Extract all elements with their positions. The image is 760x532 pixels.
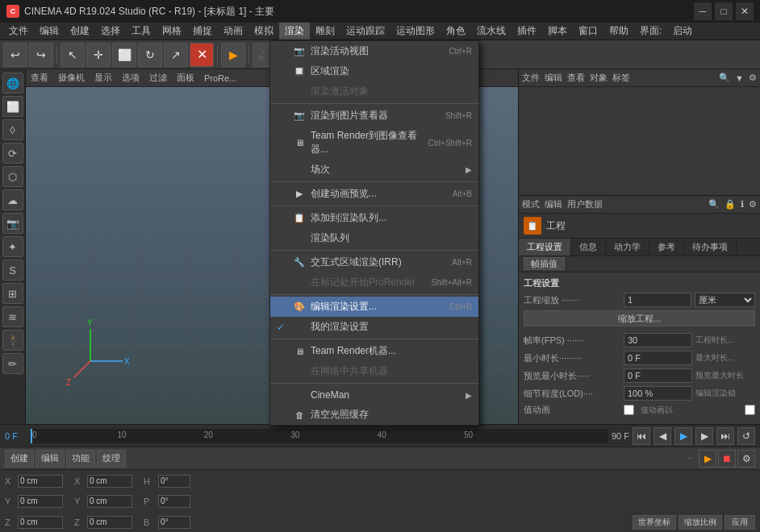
- dropdown-separator: [270, 383, 478, 384]
- dropdown-label-render-view: 渲染活动视图: [311, 44, 444, 58]
- dropdown-item-to-viewer[interactable]: 📷渲染到图片查看器Shift+R: [270, 106, 478, 126]
- dropdown-label-my-render: 我的渲染设置: [311, 320, 472, 334]
- dropdown-item-clear-gl[interactable]: 🗑清空光照缓存: [270, 405, 478, 425]
- dropdown-icon-team-machine: 🖥: [293, 345, 306, 358]
- dropdown-label-prorender: 在标记处开始ProRender: [311, 276, 426, 289]
- dropdown-shortcut-to-viewer: Shift+R: [445, 111, 472, 120]
- dropdown-icon-region-render: 🔲: [293, 65, 306, 78]
- dropdown-label-share-machine: 在网络中共享机器: [311, 364, 472, 378]
- dropdown-separator: [270, 250, 478, 251]
- dropdown-icon-clear-gl: 🗑: [293, 409, 306, 422]
- dropdown-label-anim-preview: 创建动画预览...: [311, 187, 448, 201]
- dropdown-shortcut-edit-render: Ctrl+B: [449, 302, 472, 311]
- dropdown-label-team-machine: Team Render机器...: [311, 344, 472, 358]
- dropdown-label-add-queue: 添加到渲染队列...: [311, 211, 472, 225]
- dropdown-overlay[interactable]: 📷渲染活动视图Ctrl+R🔲区域渲染渲染激活对象📷渲染到图片查看器Shift+R…: [0, 0, 760, 532]
- dropdown-icon-add-queue: 📋: [293, 212, 306, 225]
- dropdown-label-clear-gl: 清空光照缓存: [311, 408, 472, 422]
- dropdown-icon-render-view: 📷: [293, 45, 306, 58]
- dropdown-separator: [270, 206, 478, 206]
- dropdown-icon-team-render: 🖥: [293, 136, 306, 149]
- dropdown-shortcut-irr: Alt+R: [452, 258, 472, 267]
- dropdown-item-edit-render[interactable]: 🎨编辑渲染设置...Ctrl+B: [270, 297, 478, 317]
- dropdown-label-irr: 交互式区域渲染(IRR): [311, 256, 447, 269]
- dropdown-icon-edit-render: 🎨: [293, 301, 306, 314]
- dropdown-icon-share-machine: [293, 365, 306, 378]
- dropdown-item-anim-preview[interactable]: ▶创建动画预览...Alt+B: [270, 184, 478, 204]
- dropdown-label-team-render: Team Render到图像查看器...: [311, 129, 424, 156]
- dropdown-separator: [270, 181, 478, 182]
- dropdown-label-scene: 场次: [311, 163, 461, 177]
- dropdown-shortcut-render-view: Ctrl+R: [449, 47, 472, 56]
- dropdown-item-render-active: 渲染激活对象: [270, 81, 478, 102]
- dropdown-label-render-queue: 渲染队列: [311, 231, 472, 245]
- dropdown-menu: 📷渲染活动视图Ctrl+R🔲区域渲染渲染激活对象📷渲染到图片查看器Shift+R…: [269, 40, 479, 426]
- dropdown-label-to-viewer: 渲染到图片查看器: [311, 109, 441, 123]
- dropdown-separator: [270, 294, 478, 295]
- dropdown-check-my-render: ✓: [277, 322, 288, 333]
- dropdown-icon-prorender: [293, 276, 306, 289]
- dropdown-icon-scene: [293, 164, 306, 177]
- dropdown-item-share-machine: 在网络中共享机器: [270, 361, 478, 381]
- dropdown-item-prorender: 在标记处开始ProRenderShift+Alt+R: [270, 272, 478, 293]
- dropdown-label-render-active: 渲染激活对象: [311, 85, 472, 98]
- dropdown-arrow-cineman: ▶: [466, 391, 472, 400]
- dropdown-label-edit-render: 编辑渲染设置...: [311, 300, 445, 314]
- dropdown-item-render-queue[interactable]: 渲染队列: [270, 228, 478, 248]
- dropdown-item-team-render[interactable]: 🖥Team Render到图像查看器...Ctrl+Shift+R: [270, 126, 478, 160]
- dropdown-icon-render-active: [293, 85, 306, 98]
- dropdown-icon-to-viewer: 📷: [293, 110, 306, 123]
- dropdown-separator: [270, 103, 478, 104]
- dropdown-item-cineman[interactable]: CineMan▶: [270, 385, 478, 405]
- dropdown-icon-cineman: [293, 389, 306, 401]
- dropdown-item-team-machine[interactable]: 🖥Team Render机器...: [270, 341, 478, 361]
- dropdown-item-region-render[interactable]: 🔲区域渲染: [270, 61, 478, 81]
- dropdown-shortcut-prorender: Shift+Alt+R: [431, 278, 472, 287]
- dropdown-icon-my-render: [293, 321, 306, 334]
- dropdown-separator: [270, 339, 478, 339]
- dropdown-icon-irr: 🔧: [293, 256, 306, 269]
- dropdown-icon-render-queue: [293, 232, 306, 245]
- dropdown-item-irr[interactable]: 🔧交互式区域渲染(IRR)Alt+R: [270, 252, 478, 272]
- dropdown-item-render-view[interactable]: 📷渲染活动视图Ctrl+R: [270, 41, 478, 61]
- dropdown-icon-anim-preview: ▶: [293, 188, 306, 201]
- dropdown-item-scene[interactable]: 场次▶: [270, 160, 478, 180]
- dropdown-shortcut-anim-preview: Alt+B: [453, 189, 472, 198]
- dropdown-item-add-queue[interactable]: 📋添加到渲染队列...: [270, 208, 478, 228]
- dropdown-label-region-render: 区域渲染: [311, 64, 472, 78]
- dropdown-shortcut-team-render: Ctrl+Shift+R: [428, 139, 472, 148]
- dropdown-item-my-render[interactable]: ✓我的渲染设置: [270, 317, 478, 337]
- dropdown-label-cineman: CineMan: [311, 389, 461, 401]
- dropdown-arrow-scene: ▶: [466, 165, 472, 174]
